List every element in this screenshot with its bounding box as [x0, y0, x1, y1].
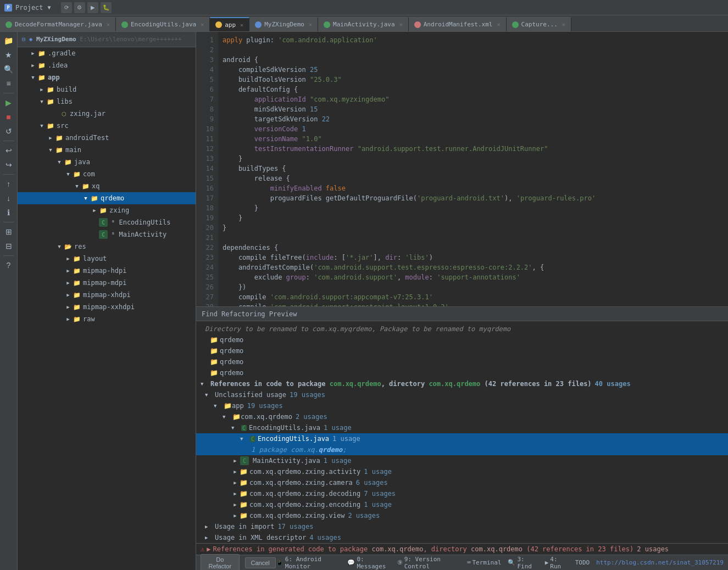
zxing-view-item[interactable]: ▶ 📁 com.xq.qrdemo.zxing.view 2 usages: [196, 510, 728, 521]
tree-item-app[interactable]: ▼ 📁 app: [18, 71, 196, 83]
tree-item-idea[interactable]: ▶ 📁 .idea: [18, 59, 196, 71]
tree-item-src[interactable]: ▼ 📁 src: [18, 120, 196, 132]
settings-btn[interactable]: ⚙: [74, 2, 85, 13]
tree-item-gradle[interactable]: ▶ 📁 .gradle: [18, 47, 196, 59]
zxing-encoding-arrow: ▶: [231, 502, 239, 507]
zxing-encoding-item[interactable]: ▶ 📁 com.xq.qrdemo.zxing.encoding 1 usage: [196, 499, 728, 510]
panel-qrdemo-1[interactable]: 📁 qrdemo: [196, 334, 728, 345]
tree-item-build[interactable]: ▶ 📁 build: [18, 83, 196, 96]
toolbar-project-btn[interactable]: 📁: [2, 34, 15, 47]
tree-item-raw[interactable]: ▶ 📁 raw: [18, 313, 196, 325]
zxing-decoding-count: 7 usages: [364, 490, 396, 498]
tree-item-qrdemo[interactable]: ▼ 📁 qrdemo: [18, 192, 196, 204]
toolbar-bookmark-btn[interactable]: ★: [2, 48, 15, 62]
panel-qrdemo-3[interactable]: 📁 qrdemo: [196, 356, 728, 367]
xml-header[interactable]: ▶ Usage in XML descriptor 4 usages: [196, 532, 728, 543]
import-header[interactable]: ▶ Usage in import 17 usages: [196, 521, 728, 532]
encoding-child-header[interactable]: ▼ C EncodingUtils.java 1 usage: [196, 433, 728, 444]
tree-item-mipmap-xhdpi[interactable]: ▶ 📁 mipmap-xhdpi: [18, 289, 196, 301]
find-icon: 🔍: [508, 559, 515, 566]
tree-item-main[interactable]: ▼ 📁 main: [18, 144, 196, 156]
tab-close-manifest[interactable]: ✕: [497, 21, 501, 27]
pkg-header[interactable]: ▼ 📁 com.xq.qrdemo 2 usages: [196, 411, 728, 422]
toolbar-collapse-btn[interactable]: ⊟: [2, 239, 15, 253]
code-ref-item[interactable]: 1 package com.xq.qrdemo;: [196, 444, 728, 455]
tab-mainactivity[interactable]: MainActivity.java ✕: [318, 17, 409, 31]
toolbar-undo-btn[interactable]: ↩: [2, 144, 15, 157]
toolbar-find-btn[interactable]: 🔍: [2, 63, 15, 76]
tree-item-com[interactable]: ▼ 📁 com: [18, 168, 196, 180]
tab-capture[interactable]: Capture... ✕: [507, 17, 571, 31]
tree-item-mipmap-hdpi[interactable]: ▶ 📁 mipmap-hdpi: [18, 265, 196, 277]
toolbar-expand-btn[interactable]: ⊞: [2, 225, 15, 238]
tab-myzxing[interactable]: MyZXingDemo ✕: [249, 17, 318, 31]
gen-code-header[interactable]: ⚠ ▶ References in generated code to pack…: [196, 543, 728, 554]
tree-item-xq[interactable]: ▼ 📁 xq: [18, 180, 196, 192]
status-tab-run[interactable]: ▶ 4: Run: [545, 556, 569, 570]
code-lines[interactable]: apply plugin: 'com.android.application' …: [218, 32, 728, 306]
run-btn[interactable]: ▶: [87, 2, 98, 13]
toolbar-question-btn[interactable]: ?: [2, 259, 15, 272]
tree-item-encodingutils[interactable]: C ᵃ EncodingUtils: [18, 216, 196, 228]
toolbar-run-btn[interactable]: ▶: [2, 96, 15, 109]
panel-content[interactable]: Directory to be renamed to com.xq.myqrde…: [196, 321, 728, 555]
code-line-16: minifyEnabled false: [223, 183, 724, 193]
tab-encoding-utils[interactable]: EncodingUtils.java ✕: [116, 17, 210, 31]
tree-item-mainactivity[interactable]: C ᵃ MainActivity: [18, 228, 196, 241]
toolbar-rerun-btn[interactable]: ↺: [2, 125, 15, 138]
code-line-12: testInstrumentationRunner "android.suppo…: [223, 144, 724, 154]
sync-btn[interactable]: ⟳: [61, 2, 72, 13]
code-content[interactable]: 12345 678910 1112131415 1617181920 21222…: [196, 32, 728, 306]
status-tab-monitor[interactable]: 📱 6: Android Monitor: [276, 556, 341, 570]
tree-item-mipmap-xxhdpi[interactable]: ▶ 📁 mipmap-xxhdpi: [18, 301, 196, 313]
unclassified-header[interactable]: ▼ Unclassified usage 19 usages: [196, 389, 728, 400]
tab-close-capture[interactable]: ✕: [562, 21, 565, 27]
encoding-parent-header[interactable]: ▼ C EncodingUtils.java 1 usage: [196, 422, 728, 433]
panel-qrdemo-4[interactable]: 📁 qrdemo: [196, 367, 728, 378]
toolbar-structure-btn[interactable]: ≡: [2, 77, 15, 90]
tab-close-myzxing[interactable]: ✕: [309, 21, 312, 27]
zxing-decoding-label: com.xq.qrdemo.zxing.decoding: [249, 490, 360, 498]
tree-item-androidtest[interactable]: ▶ 📁 androidTest: [18, 132, 196, 144]
toolbar-up-btn[interactable]: ↑: [2, 177, 15, 191]
tab-app[interactable]: app ✕: [210, 17, 249, 31]
status-tab-find[interactable]: 🔍 3: Find: [508, 556, 538, 570]
mainactivity-item[interactable]: ▶ C MainActivity.java 1 usage: [196, 455, 728, 466]
toolbar-down-btn[interactable]: ↓: [2, 192, 15, 205]
zxing-activity-item[interactable]: ▶ 📁 com.xq.qrdemo.zxing.activity 1 usage: [196, 466, 728, 477]
cancel-button[interactable]: Cancel: [245, 557, 276, 568]
app-section-header[interactable]: ▼ 📁 app 19 usages: [196, 400, 728, 411]
tab-close-main[interactable]: ✕: [399, 21, 403, 27]
tree-item-zxingjar[interactable]: ⬡ zxing.jar: [18, 108, 196, 120]
panel-qrdemo-2[interactable]: 📁 qrdemo: [196, 345, 728, 356]
project-dropdown-arrow[interactable]: ▼: [48, 4, 51, 10]
toolbar-info-btn[interactable]: ℹ: [2, 206, 15, 219]
tree-item-libs[interactable]: ▼ 📁 libs: [18, 96, 196, 108]
toolbar-stop-btn[interactable]: ■: [2, 110, 15, 124]
tab-manifest[interactable]: AndroidManifest.xml ✕: [409, 17, 507, 31]
tab-close-encoding[interactable]: ✕: [201, 21, 204, 27]
tab-decode-format[interactable]: DecodeFormatManager.java ✕: [0, 17, 116, 31]
tree-item-layout[interactable]: ▶ 📁 layout: [18, 253, 196, 265]
status-tab-todo[interactable]: TODO: [575, 559, 590, 566]
tree-item-zxing-sub[interactable]: ▶ 📁 zxing: [18, 204, 196, 216]
gen-code-label: References in generated code to package …: [213, 545, 633, 553]
tab-close-app[interactable]: ✕: [240, 22, 243, 28]
res-icon: 📂: [64, 242, 73, 251]
debug-btn[interactable]: 🐛: [101, 2, 112, 13]
status-tab-messages[interactable]: 💬 0: Messages: [347, 556, 390, 570]
tab-icon-capture: [512, 21, 519, 28]
tree-item-res[interactable]: ▼ 📂 res: [18, 241, 196, 253]
toolbar-redo-btn[interactable]: ↪: [2, 158, 15, 171]
code-line-5: buildToolsVersion "25.0.3": [223, 75, 724, 85]
tree-item-mipmap-mdpi[interactable]: ▶ 📁 mipmap-mdpi: [18, 277, 196, 289]
tree-item-java[interactable]: ▼ 📁 java: [18, 156, 196, 168]
tree-label-zxing-sub: zxing: [109, 206, 129, 214]
do-refactor-button[interactable]: Do Refactor: [201, 554, 240, 571]
title-bar-actions: ⟳ ⚙ ▶ 🐛: [61, 2, 112, 13]
tab-close-decode[interactable]: ✕: [107, 21, 110, 27]
zxing-camera-item[interactable]: ▶ 📁 com.xq.qrdemo.zxing.camera 6 usages: [196, 477, 728, 488]
zxing-decoding-item[interactable]: ▶ 📁 com.xq.qrdemo.zxing.decoding 7 usage…: [196, 488, 728, 499]
status-tab-terminal[interactable]: ⌨ Terminal: [467, 559, 502, 566]
status-tab-version-control[interactable]: ⑨ 9: Version Control: [397, 556, 460, 570]
